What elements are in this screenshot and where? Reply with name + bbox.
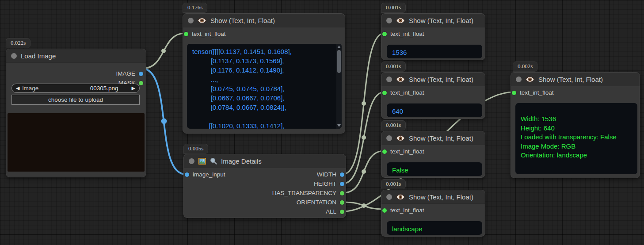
show-transparency-node[interactable]: Show (Text, Int, Float) text_int_float F… (381, 131, 485, 178)
picture-icon (198, 158, 206, 165)
slot-label: image_input (193, 171, 225, 178)
image-output-dot[interactable] (139, 72, 143, 76)
show-height-node[interactable]: Show (Text, Int, Float) text_int_float 6… (381, 72, 485, 119)
magnifier-icon (210, 157, 217, 165)
node-title-bar[interactable]: Show (Text, Int, Float) (381, 190, 485, 204)
output-slot-width[interactable]: WIDTH (317, 171, 344, 178)
image-combo-widget[interactable]: ◀ image 00305.png ▶ (11, 84, 140, 93)
has-transparency-output-dot[interactable] (340, 191, 344, 195)
scroll-up-icon[interactable] (337, 46, 341, 48)
node-title: Show (Text, Int, Float) (409, 193, 473, 201)
show-width-node[interactable]: Show (Text, Int, Float) text_int_float 1… (381, 13, 485, 60)
status-dot (189, 158, 194, 164)
slot-label: text_int_float (192, 31, 226, 37)
timing-badge: 0.005s (183, 144, 208, 154)
node-title: Show (Text, Int, Float) (538, 76, 603, 83)
timing-badge: 0.001s (381, 120, 406, 130)
input-dot[interactable] (512, 91, 516, 95)
input-dot[interactable] (382, 208, 387, 213)
scroll-down-icon[interactable] (337, 124, 341, 127)
load-image-node[interactable]: Load Image IMAGE MASK ◀ image 00305.png … (6, 49, 146, 177)
input-dot[interactable] (184, 32, 188, 36)
output-slot-has-transparency[interactable]: HAS_TRANSPARENCY (272, 190, 344, 196)
eye-icon (396, 17, 405, 24)
link-midpoint-dot[interactable] (362, 135, 366, 140)
orientation-output-dot[interactable] (340, 200, 344, 205)
node-title: Show (Text, Int, Float) (409, 76, 473, 83)
choose-file-button[interactable]: choose file to upload (11, 95, 140, 105)
link-midpoint-dot[interactable] (362, 203, 366, 208)
slot-label: ORIENTATION (297, 199, 336, 206)
input-slot-text-int-float[interactable]: text_int_float (382, 207, 424, 214)
slot-label: text_int_float (520, 89, 554, 96)
timing-badge: 0.002s (513, 61, 537, 72)
link-midpoint-dot[interactable] (362, 169, 366, 174)
value-textarea[interactable]: 1536 (387, 45, 482, 58)
timing-badge: 0.022s (6, 38, 30, 48)
image-details-node[interactable]: Image Details image_input WIDTH HEIGHT H… (183, 154, 346, 218)
timing-badge: 0.001s (381, 3, 406, 13)
output-slot-orientation[interactable]: ORIENTATION (297, 199, 344, 206)
node-title: Load Image (21, 52, 56, 60)
input-slot-text-int-float[interactable]: text_int_float (382, 31, 424, 37)
node-title: Image Details (221, 157, 262, 165)
status-dot (386, 135, 392, 141)
status-dot (188, 18, 194, 23)
slot-label: ALL (326, 208, 336, 215)
eye-icon (396, 135, 405, 142)
input-slot-image-input[interactable]: image_input (185, 171, 225, 178)
slot-label: HAS_TRANSPARENCY (272, 190, 336, 196)
node-title-bar[interactable]: Show (Text, Int, Float) (381, 131, 485, 145)
node-graph-canvas[interactable]: 0.022s Load Image IMAGE MASK ◀ image 003… (0, 0, 644, 245)
show-all-node[interactable]: Show (Text, Int, Float) text_int_float W… (511, 72, 640, 178)
width-output-dot[interactable] (340, 172, 344, 177)
node-title: Show (Text, Int, Float) (409, 134, 473, 142)
status-dot (386, 77, 392, 82)
tensor-value-textarea[interactable]: tensor([[[[0.1137, 0.1451, 0.1608], [0.1… (187, 44, 342, 129)
status-dot (386, 194, 392, 200)
eye-icon (198, 17, 206, 24)
show-tensor-node[interactable]: Show (Text, Int, Float) text_int_float t… (183, 13, 345, 134)
input-slot-text-int-float[interactable]: text_int_float (184, 31, 226, 37)
node-title-bar[interactable]: Show (Text, Int, Float) (381, 14, 485, 27)
value-textarea[interactable]: landscape (387, 221, 482, 235)
status-dot (516, 77, 522, 82)
node-title-bar[interactable]: Show (Text, Int, Float) (381, 73, 485, 86)
output-slot-image[interactable]: IMAGE (116, 70, 143, 77)
summary-textarea[interactable]: Width: 1536 Height: 640 Loaded with tran… (515, 103, 637, 174)
timing-badge: 0.176s (183, 3, 207, 13)
node-title-bar[interactable]: Load Image (6, 49, 146, 63)
mask-output-dot[interactable] (139, 81, 143, 85)
input-dot[interactable] (382, 149, 387, 154)
node-title-bar[interactable]: Show (Text, Int, Float) (183, 14, 345, 27)
input-dot[interactable] (382, 32, 387, 36)
show-orientation-node[interactable]: Show (Text, Int, Float) text_int_float l… (381, 190, 485, 237)
slot-label: text_int_float (390, 89, 424, 96)
value-textarea[interactable]: 640 (387, 103, 482, 117)
scrollbar-track[interactable] (336, 44, 342, 129)
link-midpoint-dot[interactable] (161, 49, 166, 53)
slot-label: text_int_float (390, 148, 424, 155)
eye-icon (396, 194, 405, 200)
all-output-dot[interactable] (340, 210, 344, 214)
link-midpoint-dot[interactable] (161, 119, 167, 124)
output-slot-all[interactable]: ALL (326, 208, 344, 215)
link-midpoint-dot[interactable] (362, 101, 366, 106)
node-title-bar[interactable]: Image Details (184, 154, 346, 168)
combo-prev-icon[interactable]: ◀ (16, 86, 19, 91)
input-dot[interactable] (382, 91, 387, 95)
input-dot[interactable] (185, 172, 189, 177)
node-title-bar[interactable]: Show (Text, Int, Float) (511, 73, 640, 86)
combo-value: 00305.png (90, 85, 118, 92)
input-slot-text-int-float[interactable]: text_int_float (382, 89, 424, 96)
height-output-dot[interactable] (340, 182, 344, 186)
input-slot-text-int-float[interactable]: text_int_float (512, 89, 554, 96)
combo-next-icon[interactable]: ▶ (132, 86, 135, 91)
scrollbar-thumb[interactable] (337, 50, 341, 73)
value-textarea[interactable]: False (387, 162, 482, 176)
status-dot (11, 53, 17, 59)
output-slot-height[interactable]: HEIGHT (314, 180, 344, 187)
input-slot-text-int-float[interactable]: text_int_float (382, 148, 424, 155)
eye-icon (396, 76, 405, 83)
node-title: Show (Text, Int, Float) (409, 17, 473, 24)
